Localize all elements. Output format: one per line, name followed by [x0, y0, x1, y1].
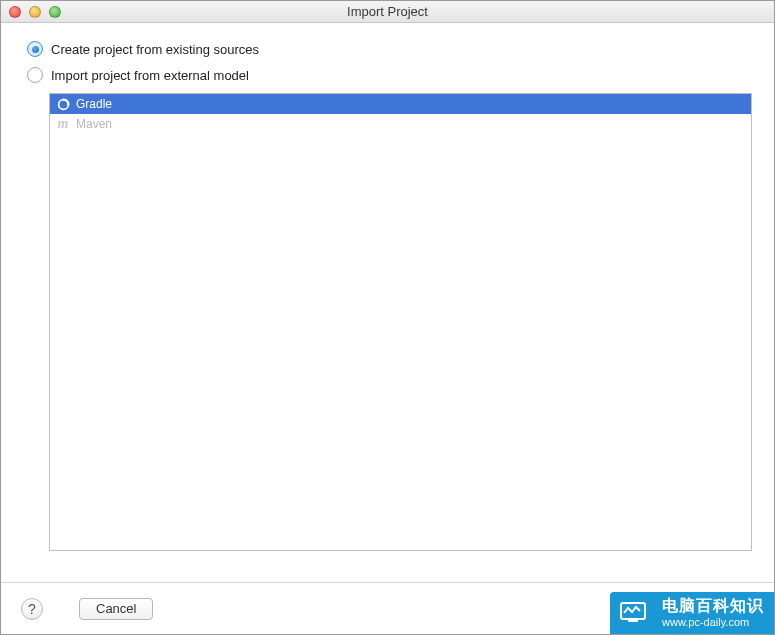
external-model-list[interactable]: Gradle m Maven: [49, 93, 752, 551]
gradle-icon: [56, 97, 70, 111]
list-item-label: Maven: [76, 117, 112, 131]
maven-icon: m: [56, 117, 70, 131]
zoom-icon[interactable]: [49, 6, 61, 18]
radio-create-from-sources[interactable]: Create project from existing sources: [27, 41, 762, 57]
radio-icon: [27, 41, 43, 57]
list-item-maven[interactable]: m Maven: [50, 114, 751, 134]
close-icon[interactable]: [9, 6, 21, 18]
watermark-title: 电脑百科知识: [662, 597, 764, 615]
radio-import-external-model[interactable]: Import project from external model: [27, 67, 762, 83]
radio-icon: [27, 67, 43, 83]
watermark-logo-icon: [610, 592, 656, 634]
help-button[interactable]: ?: [21, 598, 43, 620]
radio-label: Import project from external model: [51, 68, 249, 83]
watermark-text: 电脑百科知识 www.pc-daily.com: [656, 592, 774, 634]
radio-label: Create project from existing sources: [51, 42, 259, 57]
window-controls: [1, 6, 61, 18]
svg-rect-2: [628, 619, 638, 622]
watermark-url: www.pc-daily.com: [662, 616, 764, 629]
list-item-label: Gradle: [76, 97, 112, 111]
dialog-content: Create project from existing sources Imp…: [1, 23, 774, 551]
watermark: 电脑百科知识 www.pc-daily.com: [610, 592, 774, 634]
list-item-gradle[interactable]: Gradle: [50, 94, 751, 114]
titlebar: Import Project: [1, 1, 774, 23]
cancel-button[interactable]: Cancel: [79, 598, 153, 620]
minimize-icon[interactable]: [29, 6, 41, 18]
window-title: Import Project: [1, 4, 774, 19]
